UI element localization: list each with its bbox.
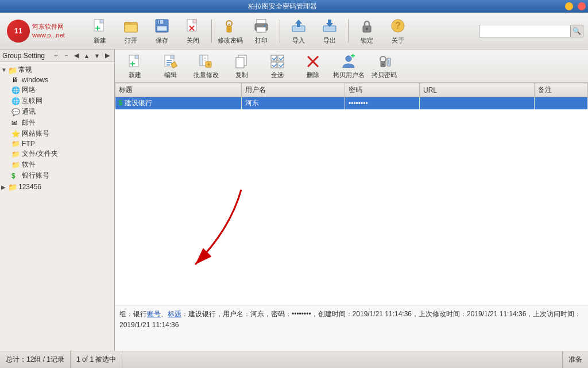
lock-button[interactable]: 锁定: [352, 16, 382, 47]
svg-rect-49: [236, 57, 244, 68]
save-button[interactable]: 保存: [147, 16, 177, 47]
tree-item-ftp-label: FTP: [22, 140, 35, 148]
tree-extra-folder-icon: 📁: [8, 183, 17, 191]
window-title: 柏拉图安全密码管理器: [2, 2, 563, 12]
svg-rect-42: [200, 55, 203, 66]
lock-icon: [358, 17, 376, 35]
status-selection-text: 1 of 1 被选中: [76, 355, 116, 365]
col-note: 备注: [535, 83, 588, 97]
detail-prefix: 组：银行: [119, 310, 147, 318]
sub-copy-button[interactable]: 复制: [224, 51, 260, 81]
tree-item-bank-label: 银行账号: [22, 171, 49, 181]
sub-selectall-button[interactable]: 全选: [260, 51, 295, 81]
save-icon: [153, 17, 171, 35]
left-panel: Group Setting ＋ － ◀ ▲ ▼ ▶ ▼ 📁 常规 🖥 windo…: [0, 49, 115, 351]
sub-copyuser-label: 拷贝用户名: [333, 71, 365, 79]
sub-new-button[interactable]: 新建: [117, 51, 153, 81]
row-password: ••••••••: [345, 97, 420, 110]
sub-copy-label: 复制: [235, 71, 248, 79]
svg-text:?: ?: [395, 21, 401, 30]
toolbar-separator-1: [211, 20, 212, 43]
minimize-button[interactable]: [565, 2, 573, 10]
new-button[interactable]: 新建: [85, 16, 115, 47]
detail-link-account[interactable]: 账号: [147, 310, 161, 318]
svg-rect-12: [193, 20, 196, 23]
row-username: 河东: [242, 97, 345, 110]
ftp-icon: 📁: [11, 140, 21, 148]
status-bar: 总计：12组 / 1记录 1 of 1 被选中 准备: [0, 351, 588, 368]
svg-point-22: [264, 25, 266, 27]
tree-item-files-label: 文件/文件夹: [22, 149, 58, 159]
tree-extra-label: 123456: [18, 183, 41, 191]
tree-item-bank[interactable]: $ 银行账号: [10, 170, 113, 181]
sub-copypass-button[interactable]: 拷贝密码: [366, 51, 402, 81]
data-table: 标题 用户名 密码 URL 备注 $ 建设银行 河东 ••••••••: [115, 83, 588, 110]
tree-item-windows[interactable]: 🖥 windows: [10, 75, 113, 85]
tree-item-internet[interactable]: 🌐 互联网: [10, 95, 113, 106]
close-button[interactable]: [578, 2, 586, 10]
app-logo: 11 河东软件网 www.p...net: [5, 15, 79, 47]
tree-expand-icon: ▼: [1, 67, 8, 73]
tree-item-website[interactable]: ⭐ 网站账号: [10, 128, 113, 139]
gs-up-button[interactable]: ◀: [72, 51, 81, 60]
sub-edit-button[interactable]: 编辑: [153, 51, 188, 81]
tree-item-email[interactable]: ✉ 邮件: [10, 117, 113, 128]
sub-new-label: 新建: [129, 71, 141, 79]
import-button[interactable]: 导入: [284, 16, 314, 47]
detail-link-title[interactable]: 标题: [168, 310, 181, 318]
detail-panel: 组：银行账号、标题：建设银行，用户名：河东，密码：••••••••，创建时间：2…: [115, 305, 588, 351]
import-icon: [289, 17, 308, 35]
search-button[interactable]: 🔍: [571, 25, 583, 37]
table-body: $ 建设银行 河东 ••••••••: [115, 97, 588, 110]
status-selection: 1 of 1 被选中: [71, 351, 122, 368]
detail-content: ：建设银行，用户名：河东，密码：••••••••，创建时间：2019/1/21 …: [119, 310, 581, 329]
import-label: 导入: [292, 36, 305, 45]
about-button[interactable]: ? 关于: [383, 16, 413, 47]
gs-down-button[interactable]: ▲: [82, 51, 91, 60]
svg-rect-6: [125, 24, 137, 32]
main-toolbar: 11 河东软件网 www.p...net 新建 打开: [0, 13, 588, 49]
content-area: Group Setting ＋ － ◀ ▲ ▼ ▶ ▼ 📁 常规 🖥 windo…: [0, 49, 588, 351]
table-row[interactable]: $ 建设银行 河东 ••••••••: [115, 97, 588, 110]
right-panel: 新建 编辑: [115, 49, 588, 351]
gs-delete-button[interactable]: －: [61, 51, 71, 60]
export-button[interactable]: 导出: [315, 16, 345, 47]
about-label: 关于: [392, 36, 404, 45]
gs-add-button[interactable]: ＋: [51, 51, 60, 60]
logo-circle: 11: [7, 20, 30, 43]
close-doc-label: 关闭: [187, 36, 199, 45]
sub-new-icon: [126, 53, 144, 70]
gs-left-button[interactable]: ▼: [92, 51, 102, 60]
sub-delete-button[interactable]: 删除: [295, 51, 331, 81]
sub-copypass-label: 拷贝密码: [372, 71, 397, 79]
lock-label: 锁定: [361, 36, 373, 45]
tree-area: ▼ 📁 常规 🖥 windows 🌐 网络 🌐 互联网 💬: [0, 62, 114, 351]
tree-item-ftp[interactable]: 📁 FTP: [10, 139, 113, 148]
sub-batch-button[interactable]: 批量修改: [188, 51, 224, 81]
search-input[interactable]: [479, 25, 571, 37]
tree-item-files[interactable]: 📁 文件/文件夹: [10, 148, 113, 159]
close-doc-button[interactable]: 关闭: [178, 16, 208, 47]
tree-item-comm[interactable]: 💬 通讯: [10, 106, 113, 117]
modify-password-button[interactable]: 修改密码: [215, 16, 245, 47]
sub-selectall-icon: [269, 53, 286, 70]
sub-copyuser-icon: [340, 53, 357, 70]
sub-copyuser-button[interactable]: 拷贝用户名: [331, 51, 366, 81]
svg-rect-21: [257, 27, 266, 32]
tree-item-network[interactable]: 🌐 网络: [10, 85, 113, 95]
sub-selectall-label: 全选: [271, 71, 284, 79]
open-label: 打开: [125, 36, 137, 45]
tree-root[interactable]: ▼ 📁 常规: [1, 64, 113, 75]
tree-item-software[interactable]: 📁 软件: [10, 159, 113, 170]
close-doc-icon: [184, 17, 202, 35]
modify-password-icon: [221, 17, 239, 35]
email-icon: ✉: [11, 119, 21, 127]
gs-right-button[interactable]: ▶: [103, 51, 112, 60]
tree-extra[interactable]: ▶ 📁 123456: [1, 182, 113, 191]
tree-item-website-label: 网站账号: [22, 129, 49, 139]
tree-item-network-label: 网络: [22, 85, 36, 95]
open-button[interactable]: 打开: [116, 16, 146, 47]
col-url: URL: [420, 83, 535, 97]
print-button[interactable]: 打印: [246, 16, 276, 47]
col-username: 用户名: [242, 83, 345, 97]
